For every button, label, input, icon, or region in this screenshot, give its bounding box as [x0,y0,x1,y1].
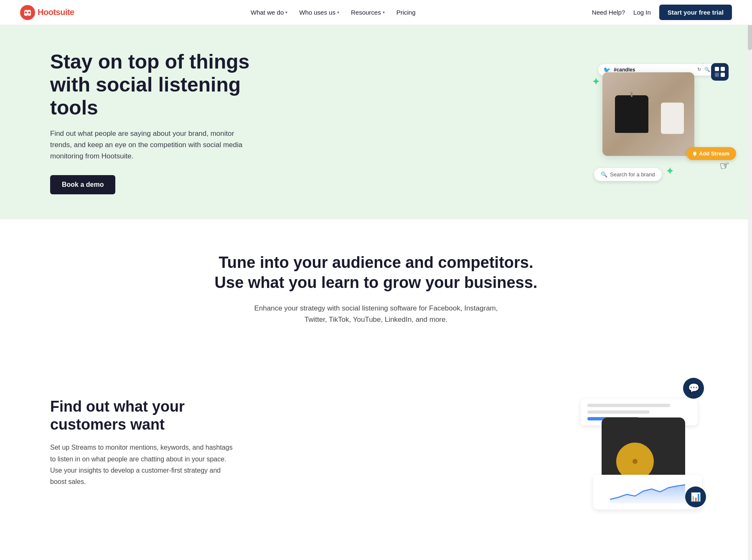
chevron-down-icon: ▾ [285,10,287,15]
svg-rect-5 [715,73,719,77]
analytics-card [593,475,702,509]
nav-links: What we do ▾ Who uses us ▾ Resources ▾ P… [251,9,416,16]
section-tune-in: Tune into your audience and competitors.… [0,219,752,359]
svg-rect-4 [721,67,725,71]
scrollbar[interactable] [748,0,752,543]
sparkle-icon: ✦ [666,166,673,177]
hero-title: Stay on top of things with social listen… [50,50,284,120]
section2-description: Enhance your strategy with social listen… [242,303,510,325]
add-stream-label: Add Stream [699,150,729,157]
start-trial-button[interactable]: Start your free trial [659,5,732,20]
search-icon: 🔍 [601,171,607,178]
nav-resources[interactable]: Resources ▾ [351,9,385,16]
hero-text-block: Stay on top of things with social listen… [50,50,284,194]
book-demo-button[interactable]: Book a demo [50,175,115,194]
add-stream-button[interactable]: + Add Stream [686,147,736,160]
svg-rect-6 [721,73,725,77]
section-find-customers: Find out what your customers want Set up… [0,359,752,543]
logo[interactable]: Hootsuite [20,5,74,20]
sparkle-icon: ✦ [592,76,600,87]
bar-chart-icon: 📊 [691,492,701,502]
area-chart [599,483,696,504]
refresh-icon: ↻ [697,67,701,72]
section3-title: Find out what your customers want [50,397,234,433]
chat-icon: 💬 [688,383,699,394]
cursor-icon: ☞ [718,158,731,173]
hashtag-label: #candles [614,67,635,73]
hero-visual: ✦ ✦ ✦ 🐦 #candles ↻ 🔍 ••• [590,60,732,185]
nav-who-uses-us[interactable]: Who uses us ▾ [299,9,339,16]
navbar: Hootsuite What we do ▾ Who uses us ▾ Res… [0,0,752,25]
section3-visual: 💬 [577,376,702,509]
search-icon: 🔍 [704,67,710,72]
search-brand-label: Search for a brand [610,171,655,178]
need-help-link[interactable]: Need Help? [592,9,625,16]
chevron-down-icon: ▾ [383,10,385,15]
svg-point-2 [28,11,30,13]
chat-badge: 💬 [683,378,704,399]
add-icon: + [693,152,696,155]
section3-description: Set up Streams to monitor mentions, keyw… [50,442,234,487]
nav-right: Need Help? Log In Start your free trial [592,5,732,20]
svg-rect-3 [715,67,719,71]
candle-image-card [602,72,694,156]
hootsuite-grid-badge [711,63,729,81]
hootsuite-logo-icon [20,5,35,20]
section3-text-block: Find out what your customers want Set up… [50,397,234,487]
section2-title: Tune into your audience and competitors.… [20,253,732,293]
bar-chart-badge: 📊 [685,486,706,507]
nav-pricing[interactable]: Pricing [396,9,416,16]
logo-text: Hootsuite [38,8,74,17]
hero-description: Find out what people are saying about yo… [50,128,251,162]
svg-point-1 [25,11,27,13]
search-brand-pill[interactable]: 🔍 Search for a brand [594,168,662,181]
hero-section: Stay on top of things with social listen… [0,25,752,219]
chevron-down-icon: ▾ [337,10,339,15]
login-link[interactable]: Log In [633,9,651,16]
nav-what-we-do[interactable]: What we do ▾ [251,9,287,16]
